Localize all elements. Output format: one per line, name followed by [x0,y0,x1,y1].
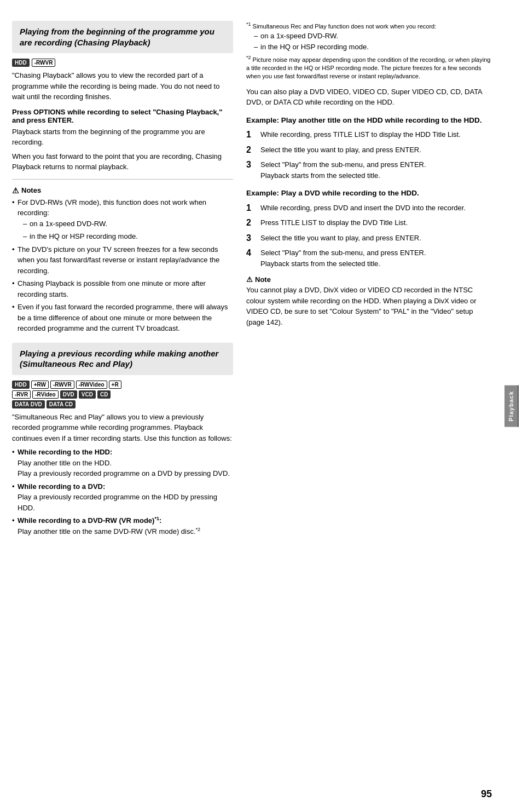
notes-list: For DVD-RWs (VR mode), this function doe… [12,197,233,334]
example2-step-1: 1 While recording, press DVD and insert … [246,203,491,214]
note-item-4: Even if you fast forward the recorded pr… [12,302,233,334]
note-text: You cannot play a DVD, DivX video or VID… [246,285,491,327]
badge2-cd: CD [97,390,111,399]
notes-section: ⚠ Notes For DVD-RWs (VR mode), this func… [12,186,233,334]
s2-bullet-1-line1: Play another title on the HDD. [18,459,112,467]
badge-row-1: HDD +RW -RWVR -RWVideo +R [12,381,233,389]
badge2-plusr: +R [109,381,121,389]
example2-heading: Example: Play a DVD while recording to t… [246,188,491,198]
section2-box: Playing a previous recording while makin… [12,343,233,375]
s2-bullet-2-line1: Play a previously recorded programme on … [18,493,217,512]
badge2-rwvr2: -RWVR [50,381,74,389]
note-item-1: For DVD-RWs (VR mode), this function doe… [12,197,233,242]
note-sub-list-1: on a 1x-speed DVD-RW. in the HQ or HSP r… [23,218,233,242]
badge2-rwvideo: -RWVideo [76,381,107,389]
notes-title: ⚠ Notes [12,186,233,195]
example2-step4-text: Select "Play" from the sub-menu, and pre… [260,247,426,269]
s2-bullet-1: While recording to the HDD: Play another… [12,447,233,479]
example2-step-4: 4 Select "Play" from the sub-menu, and p… [246,247,491,269]
example1-step-2: 2 Select the title you want to play, and… [246,145,491,156]
example1-step3-text: Select "Play" from the sub-menu, and pre… [260,159,426,181]
section1-badges: HDD -RWVR [12,59,233,67]
s2-bullet-1-line2: Play a previously recorded programme on … [18,469,230,477]
example2-step-3: 3 Select the title you want to play, and… [246,233,491,244]
example1-step-3: 3 Select "Play" from the sub-menu, and p… [246,159,491,181]
note-item-3: Chasing Playback is possible from one mi… [12,278,233,300]
notes-icon: ⚠ [12,186,19,195]
sidebar-tab-label: Playback [504,385,519,427]
badge2-plusrw: +RW [31,381,49,389]
badge-row-3: DATA DVD DATA CD [12,400,233,408]
badge2-datadvd: DATA DVD [12,400,45,408]
example1-step-1: 1 While recording, press TITLE LIST to d… [246,129,491,140]
note-icon: ⚠ [246,275,253,284]
divider1 [12,179,233,180]
fn1-sub2: in the HQ or HSP recording mode. [254,42,491,53]
section1-intro: "Chasing Playback" allows you to view th… [12,70,233,102]
note-box: ⚠ Note You cannot play a DVD, DivX video… [246,275,491,327]
s2-bullet-3-heading: While recording to a DVD-RW (VR mode)*1: [18,516,161,525]
badge2-dvd: DVD [60,390,77,399]
section2-title: Playing a previous recording while makin… [20,348,225,370]
note-sub-1-2: in the HQ or HSP recording mode. [23,231,233,242]
example1-steps: 1 While recording, press TITLE LIST to d… [246,129,491,181]
footnotes-area: *1 Simultaneous Rec and Play function do… [246,21,491,81]
note-title: ⚠ Note [246,275,491,284]
page-number: 95 [481,788,492,800]
section1-title: Playing from the beginning of the progra… [20,26,225,48]
example2-steps: 1 While recording, press DVD and insert … [246,203,491,269]
fn1-sub1: on a 1x-speed DVD-RW. [254,31,491,42]
fn1-subs: on a 1x-speed DVD-RW. in the HQ or HSP r… [254,31,491,52]
footnote2: *2 Picture noise may appear depending up… [246,54,491,81]
section2-intro: "Simultaneous Rec and Play" allows you t… [12,412,233,444]
badge2-rvr: -RVR [12,390,31,399]
right-column: *1 Simultaneous Rec and Play function do… [242,21,491,539]
section2-badges: HDD +RW -RWVR -RWVideo +R -RVR -RVideo D… [12,381,233,408]
badge2-hdd: HDD [12,381,30,389]
section1-para1: Playback starts from the beginning of th… [12,126,233,148]
s2-bullet-3-line1: Play another title on the same DVD-RW (V… [18,527,200,535]
badge2-rvideo: -RVideo [32,390,58,399]
right-intro: You can also play a DVD VIDEO, VIDEO CD,… [246,87,491,108]
example1-heading: Example: Play another title on the HDD w… [246,116,491,125]
footnote1: *1 Simultaneous Rec and Play function do… [246,21,491,52]
note-sub-1-1: on a 1x-speed DVD-RW. [23,218,233,229]
badge2-vcd: VCD [79,390,96,399]
section1-instruction-heading: Press OPTIONS while recording to select … [12,108,233,124]
section1-box: Playing from the beginning of the progra… [12,21,233,53]
section1-para2: When you fast forward to the point that … [12,151,233,172]
badge-row-2: -RVR -RVideo DVD VCD CD [12,390,233,399]
s2-bullet-2: While recording to a DVD: Play a previou… [12,481,233,514]
badge-hdd: HDD [12,59,30,67]
s2-bullet-3: While recording to a DVD-RW (VR mode)*1:… [12,515,233,537]
example2-step-2: 2 Press TITLE LIST to display the DVD Ti… [246,217,491,228]
s2-bullet-2-heading: While recording to a DVD: [18,482,105,491]
note-item-2: The DVD's picture on your TV screen free… [12,244,233,277]
s2-bullet-1-heading: While recording to the HDD: [18,448,112,456]
section2-bullets: While recording to the HDD: Play another… [12,447,233,537]
sidebar-right: Playback [501,11,522,801]
badge2-datacd: DATA CD [47,400,76,408]
badge-rwvr: -RWVR [32,59,56,67]
